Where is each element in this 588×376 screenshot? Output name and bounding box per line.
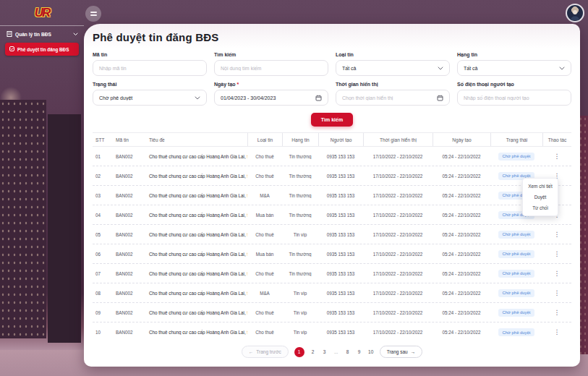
cell-loai-tin: Mua bán [247,252,282,257]
field-ma-tin: Mã tin [93,52,207,76]
cell-thoi-gian-hien-thi: 17/10/2022 - 22/10/2022 [363,213,433,218]
main-panel: Phê duyệt tin đăng BĐS Mã tin Tìm kiếm L… [84,24,580,367]
arrow-left-icon: ← [249,349,254,354]
cell-nguoi-tao: 0935 153 153 [318,252,363,257]
field-label: Hạng tin [457,52,571,57]
kebab-menu-icon[interactable]: ⋮ [551,308,563,317]
status-badge: Chờ phê duyệt [498,153,535,161]
pagination-page-1[interactable]: 1 [294,347,304,357]
table-row: 07 BAN002 Cho thuê chung cư cao cấp Hoàn… [93,264,571,283]
cell-thoi-gian-hien-thi: 17/10/2022 - 22/10/2022 [363,310,433,315]
col-header-ngay-tao: Ngày tạo [433,133,490,146]
kebab-menu-icon[interactable]: ⋮ [551,152,563,161]
cell-tieu-de: Cho thuê chung cư cao cấp Hoàng Anh Gia … [146,252,247,257]
cell-thoi-gian-hien-thi: 17/10/2022 - 22/10/2022 [363,291,433,296]
field-so-dien-thoai: Số điện thoại người tạo [457,82,571,106]
table-row: 04 BAN002 Cho thuê chung cư cao cấp Hoàn… [93,205,571,225]
cell-ma-tin: BAN002 [113,330,146,335]
pagination-page-9[interactable]: 9 [357,349,362,354]
cell-thao-tac: ⋮ [542,269,571,278]
cell-loai-tin: Cho thuê [247,174,282,179]
cell-tieu-de: Cho thuê chung cư cao cấp Hoàng Anh Gia … [146,271,247,276]
field-label: Mã tin [93,52,207,57]
cell-loai-tin: Cho thuê [247,271,282,276]
cell-loai-tin: Mua bán [247,213,282,218]
kebab-menu-icon[interactable]: ⋮ [551,289,563,298]
pagination-pages: 123...8910 [294,347,374,357]
user-avatar[interactable] [566,4,584,22]
cell-trang-thai: Chờ phê duyệt [490,250,542,258]
cell-thoi-gian-hien-thi: 17/10/2022 - 22/10/2022 [363,330,433,335]
col-header-nguoi-tao: Người tạo [318,133,363,146]
cell-hang-tin: Tin thường [282,174,318,179]
cell-nguoi-tao: 0935 153 153 [318,310,363,315]
field-hang-tin: Hạng tin Tất cả [457,52,571,76]
cell-ma-tin: BAN002 [113,232,146,237]
col-header-thoi-gian-hien-thi: Thời gian hiển thị [363,133,433,146]
cell-thao-tac: ⋮ [542,289,571,298]
ma-tin-input[interactable] [99,66,200,71]
so-dien-thoai-input[interactable] [464,95,565,101]
pagination-page-10[interactable]: 10 [368,349,374,354]
pagination-page-3[interactable]: 3 [322,349,328,354]
cell-stt: 10 [93,330,113,335]
table-header: STT Mã tin Tiêu đề Loại tin Hạng tin Ngư… [93,132,571,147]
kebab-menu-icon[interactable]: ⋮ [551,328,563,337]
cell-ma-tin: BAN002 [113,213,146,218]
cell-thao-tac: ⋮ [542,230,571,239]
hang-tin-select[interactable]: Tất cả [457,60,571,76]
building-icon [7,31,12,38]
field-label: Thời gian hiển thị [336,82,450,87]
cell-ngay-tao: 05:24 - 22/10/2022 [433,193,490,198]
table-row: 02 BAN002 Cho thuê chung cư cao cấp Hoàn… [93,166,571,186]
sidebar-item-quan-ly-tin-bds[interactable]: Quản lý tin BĐS [0,26,84,41]
table-row: 08 BAN002 Cho thuê chung cư cao cấp Hoàn… [93,283,571,303]
cell-loai-tin: Cho thuê [247,232,282,237]
cell-nguoi-tao: 0935 153 153 [318,154,363,159]
field-trang-thai: Trạng thái Chờ phê duyệt [93,82,207,106]
table-body: 01 BAN002 Cho thuê chung cư cao cấp Hoàn… [93,147,571,342]
col-header-ma-tin: Mã tin [113,133,146,146]
approve-check-icon [9,46,14,52]
cell-thoi-gian-hien-thi: 17/10/2022 - 22/10/2022 [363,174,433,179]
kebab-menu-icon[interactable]: ⋮ [551,249,563,259]
table-row: 05 BAN002 Cho thuê chung cư cao cấp Hoàn… [93,225,571,244]
sidebar-item-phe-duyet-tin-dang-bds[interactable]: Phê duyệt tin đăng BĐS [5,43,79,56]
kebab-menu-icon[interactable]: ⋮ [551,230,563,239]
pagination-page-8[interactable]: 8 [345,349,351,354]
field-label: Số điện thoại người tạo [457,82,571,87]
pagination-page-2[interactable]: 2 [310,349,316,354]
chevron-down-icon [195,96,200,100]
cell-nguoi-tao: 0935 153 153 [318,291,363,296]
cell-tieu-de: Cho thuê chung cư cao cấp Hoàng Anh Gia … [146,291,247,296]
tim-kiem-input[interactable] [221,66,322,71]
next-page-button[interactable]: Trang sau → [380,346,423,358]
status-badge: Chờ phê duyệt [498,328,535,336]
cell-hang-tin: Tin thường [282,154,318,159]
search-button[interactable]: Tìm kiếm [311,113,353,127]
cell-thao-tac: ⋮ [542,328,571,337]
context-menu-item[interactable]: Duyệt [523,192,558,202]
cell-thao-tac: ⋮ [542,308,571,317]
arrow-right-icon: → [411,349,416,354]
trang-thai-select[interactable]: Chờ phê duyệt [93,90,207,106]
kebab-menu-icon[interactable]: ⋮ [551,269,563,278]
context-menu-item[interactable]: Từ chối [523,202,558,213]
thoi-gian-hien-thi-daterange[interactable]: Chọn thời gian hiển thị [336,90,450,106]
ngay-tao-daterange[interactable]: 01/04/2023 - 30/04/2023 [214,90,328,106]
calendar-icon [437,95,443,101]
context-menu-item[interactable]: Xem chi tiết [523,181,558,192]
loai-tin-select[interactable]: Tất cả [336,60,450,76]
pagination: ← Trang trước 123...8910 Trang sau → [93,346,571,358]
cell-tieu-de: Cho thuê chung cư cao cấp Hoàng Anh Gia … [146,154,247,159]
sidebar-item-label: Quản lý tin BĐS [15,32,51,37]
cell-thao-tac: ⋮ [542,152,571,161]
cell-thoi-gian-hien-thi: 17/10/2022 - 22/10/2022 [363,232,433,237]
prev-page-button[interactable]: ← Trang trước [242,346,289,358]
page-title: Phê duyệt tin đăng BĐS [93,31,571,43]
calendar-icon [315,95,322,101]
sidebar-toggle-button[interactable] [85,6,101,22]
building-silhouette [0,100,46,338]
cell-ngay-tao: 05:24 - 22/10/2022 [433,291,490,296]
cell-nguoi-tao: 0935 153 153 [318,232,363,237]
